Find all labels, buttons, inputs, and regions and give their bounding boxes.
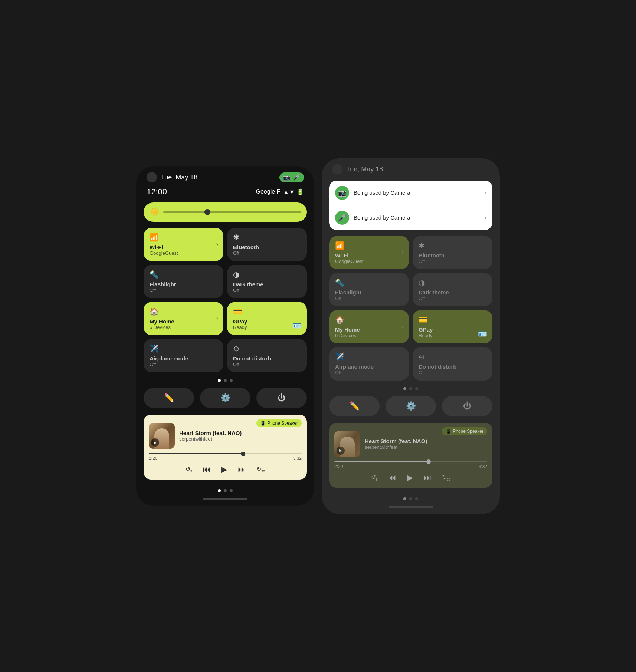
media-dot-dark-2 (409, 497, 412, 500)
tile-flashlight[interactable]: 🔦 Flashlight Off (144, 265, 223, 298)
media-info-dark: Heart Storm (feat. NAO) serpentwithfeet (365, 438, 487, 450)
tile-wifi-subtitle: GoogleGuest (150, 250, 217, 256)
camera-video-icon: 📷 (335, 186, 349, 200)
phone-speaker-label-dark: Phone Speaker (453, 429, 483, 434)
tile-gpay-dark[interactable]: 💳 GPay Ready 🪪 (413, 310, 492, 343)
time-total: 3:32 (293, 456, 302, 461)
tile-my-home-subtitle: 6 Devices (150, 325, 217, 330)
time-labels-dark: 2:20 3:32 (334, 464, 487, 469)
tile-my-home[interactable]: 🏠 My Home 6 Devices › (144, 302, 223, 335)
gpay-card-icon: 🪪 (292, 321, 302, 330)
progress-bar-container-dark[interactable]: 2:20 3:32 (334, 461, 487, 469)
tile-bluetooth-subtitle: Off (233, 250, 301, 256)
tile-wifi-title-dark: Wi-Fi (335, 252, 403, 258)
gpay-icon-dark: 💳 (419, 315, 486, 324)
bottom-buttons-light: ✏️ ⚙️ ⏻ (136, 384, 314, 412)
fast-forward-30-button[interactable]: ↻30 (256, 465, 265, 473)
edit-button-dark[interactable]: ✏️ (329, 396, 380, 416)
camera-notifications: 📷 Being used by Camera › 🎤 Being used by… (329, 181, 492, 230)
tile-dnd[interactable]: ⊖ Do not disturb Off (227, 339, 307, 372)
dot-2 (224, 379, 227, 382)
status-bar-left: Tue, May 18 (147, 172, 197, 182)
tile-dnd-subtitle-dark: Off (419, 370, 486, 375)
chevron-icon-dark: › (402, 249, 404, 256)
tile-flashlight-dark[interactable]: 🔦 Flashlight Off (329, 273, 409, 306)
rewind-5-button[interactable]: ↺5 (186, 465, 192, 473)
skip-back-button-dark[interactable]: ⏮ (388, 473, 396, 482)
play-overlay-dark[interactable]: ▶ (337, 447, 345, 455)
tile-dnd-dark[interactable]: ⊖ Do not disturb Off (413, 347, 492, 381)
tile-bluetooth-dark[interactable]: ✱ Bluetooth Off (413, 236, 492, 269)
wifi-icon: 📶 (150, 233, 217, 242)
carrier-info: Google Fi ▲▼ 🔋 (256, 188, 304, 195)
tile-my-home-dark[interactable]: 🏠 My Home 6 Devices › (329, 310, 409, 343)
chevron-icon: › (216, 315, 218, 322)
power-button-dark[interactable]: ⏻ (442, 396, 492, 416)
power-button[interactable]: ⏻ (256, 388, 307, 408)
media-title-dark: Heart Storm (feat. NAO) (365, 438, 487, 444)
edit-button[interactable]: ✏️ (144, 388, 194, 408)
home-icon-dark: 🏠 (335, 315, 403, 324)
tile-dark-theme[interactable]: ◑ Dark theme Off (227, 265, 307, 298)
mic-status-icon: 🎤 (293, 174, 300, 181)
tile-wifi-dark[interactable]: 📶 Wi-Fi GoogleGuest › (329, 236, 409, 269)
skip-back-button[interactable]: ⏮ (203, 465, 211, 474)
tile-dark-theme-title-dark: Dark theme (419, 289, 486, 296)
home-indicator-light (203, 498, 247, 500)
home-indicator-dark (389, 506, 433, 508)
camera-notif-mic[interactable]: 🎤 Being used by Camera › (329, 205, 492, 230)
media-card-light: 📱 Phone Speaker ▶ Heart Storm (feat. NAO… (144, 415, 307, 480)
airplane-icon-dark: ✈️ (335, 352, 403, 361)
status-bar-dark: Tue, May 18 (322, 158, 500, 178)
settings-button-dark[interactable]: ⚙️ (386, 396, 436, 416)
progress-bar-container[interactable]: 2:20 3:32 (149, 453, 302, 461)
media-controls-light: ↺5 ⏮ ▶ ⏭ ↻30 (149, 465, 302, 474)
skip-forward-button[interactable]: ⏭ (238, 465, 246, 474)
time-total-dark: 3:32 (479, 464, 487, 469)
tile-gpay[interactable]: 💳 GPay Ready 🪪 (227, 302, 307, 335)
tile-wifi-subtitle-dark: GoogleGuest (335, 258, 403, 264)
skip-forward-button-dark[interactable]: ⏭ (423, 473, 432, 482)
camera-status-icon: 📷 (283, 174, 291, 181)
fast-forward-30-button-dark[interactable]: ↻30 (442, 474, 450, 481)
tile-flashlight-subtitle: Off (150, 287, 217, 293)
dnd-icon: ⊖ (233, 344, 301, 353)
tile-airplane-dark[interactable]: ✈️ Airplane mode Off (329, 347, 409, 381)
tile-wifi[interactable]: 📶 Wi-Fi GoogleGuest › (144, 228, 223, 261)
media-dot-dark-1 (403, 497, 406, 500)
bluetooth-icon-dark: ✱ (419, 241, 486, 250)
flashlight-icon: 🔦 (150, 270, 217, 279)
page-dots-dark (322, 383, 500, 392)
bottom-buttons-dark: ✏️ ⚙️ ⏻ (322, 392, 500, 420)
progress-fill (149, 453, 245, 454)
tile-airplane[interactable]: ✈️ Airplane mode Off (144, 339, 223, 372)
dark-theme-icon-dark: ◑ (419, 278, 486, 287)
media-artist-dark: serpentwithfeet (365, 444, 487, 450)
brightness-slider[interactable]: ☀️ (144, 202, 307, 222)
flashlight-icon-dark: 🔦 (335, 278, 403, 287)
tile-dark-theme-subtitle-dark: Off (419, 296, 486, 301)
status-bar-left-dark: Tue, May 18 (332, 164, 383, 175)
play-overlay[interactable]: ▶ (151, 438, 159, 447)
media-dot-1 (218, 489, 221, 492)
settings-button[interactable]: ⚙️ (200, 388, 250, 408)
tile-gpay-subtitle: Ready (233, 325, 301, 330)
play-pause-button-dark[interactable]: ▶ (407, 473, 413, 482)
dot-3 (230, 379, 233, 382)
media-title: Heart Storm (feat. NAO) (179, 430, 302, 436)
tile-bluetooth[interactable]: ✱ Bluetooth Off (227, 228, 307, 261)
tile-dnd-title: Do not disturb (233, 355, 301, 362)
rewind-5-button-dark[interactable]: ↺5 (371, 474, 378, 481)
camera-notif-video[interactable]: 📷 Being used by Camera › (329, 181, 492, 205)
chevron-icon: › (216, 241, 218, 248)
phone-dark: Tue, May 18 📷 Being used by Camera › 🎤 B… (322, 158, 500, 514)
tile-airplane-title: Airplane mode (150, 355, 217, 362)
media-card-dark: 📱 Phone Speaker ▶ Heart Storm (feat. NAO… (329, 423, 492, 488)
time-current-dark: 2:20 (334, 464, 343, 469)
phone-speaker-badge: 📱 Phone Speaker (256, 419, 302, 427)
tile-my-home-title: My Home (150, 318, 217, 325)
tile-gpay-title-dark: GPay (419, 326, 486, 333)
tile-dark-theme-dark[interactable]: ◑ Dark theme Off (413, 273, 492, 306)
progress-fill-dark (334, 461, 431, 462)
play-pause-button[interactable]: ▶ (221, 465, 227, 474)
